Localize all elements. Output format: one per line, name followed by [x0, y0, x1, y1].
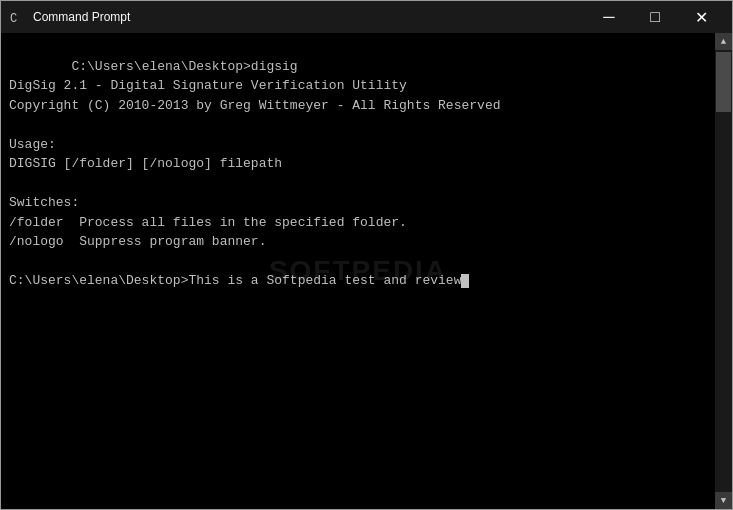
terminal-line-10: /nologo Suppress program banner.: [9, 234, 266, 249]
terminal-line-12: C:\Users\elena\Desktop>This is a Softped…: [9, 273, 461, 288]
maximize-button[interactable]: □: [632, 1, 678, 33]
scroll-thumb[interactable]: [716, 52, 731, 112]
terminal-line-8: Switches:: [9, 195, 79, 210]
window-controls: ─ □ ✕: [586, 1, 724, 33]
svg-text:C: C: [10, 12, 17, 25]
scrollbar[interactable]: ▲ ▼: [715, 33, 732, 509]
terminal-output[interactable]: C:\Users\elena\Desktop>digsig DigSig 2.1…: [1, 33, 715, 509]
scroll-down-button[interactable]: ▼: [715, 492, 732, 509]
terminal-wrapper: C:\Users\elena\Desktop>digsig DigSig 2.1…: [1, 33, 715, 509]
terminal-line-5: Usage:: [9, 137, 56, 152]
minimize-button[interactable]: ─: [586, 1, 632, 33]
window-title: Command Prompt: [33, 10, 586, 24]
close-button[interactable]: ✕: [678, 1, 724, 33]
terminal-line-1: C:\Users\elena\Desktop>digsig: [71, 59, 297, 74]
terminal-line-6: DIGSIG [/folder] [/nologo] filepath: [9, 156, 282, 171]
cmd-icon: C: [9, 9, 25, 25]
terminal-line-9: /folder Process all files in the specifi…: [9, 215, 407, 230]
window-body: C:\Users\elena\Desktop>digsig DigSig 2.1…: [1, 33, 732, 509]
scroll-up-button[interactable]: ▲: [715, 33, 732, 50]
title-bar: C Command Prompt ─ □ ✕: [1, 1, 732, 33]
cursor: [461, 274, 469, 288]
terminal-line-2: DigSig 2.1 - Digital Signature Verificat…: [9, 78, 407, 93]
window: C Command Prompt ─ □ ✕ C:\Users\elena\De…: [0, 0, 733, 510]
terminal-line-3: Copyright (C) 2010-2013 by Greg Wittmeye…: [9, 98, 500, 113]
scroll-track[interactable]: [715, 50, 732, 492]
